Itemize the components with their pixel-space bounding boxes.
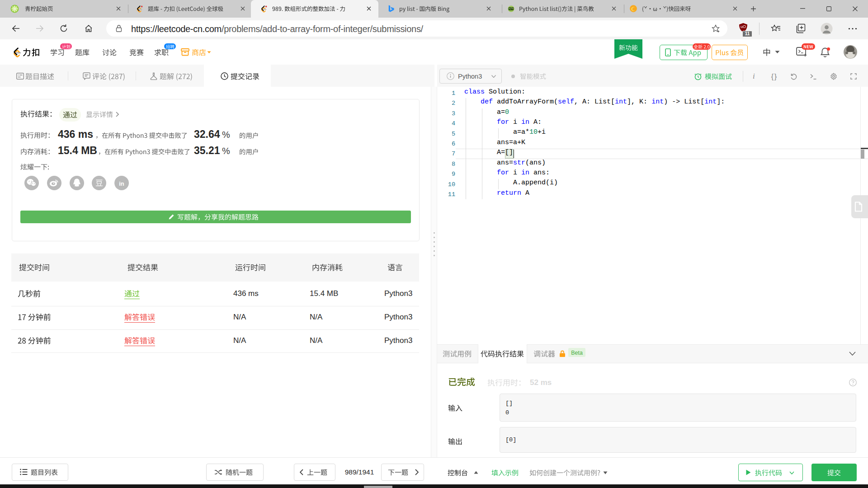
svg-text:in: in xyxy=(119,180,124,187)
svg-text:</>: </> xyxy=(509,7,514,10)
svg-text:uO: uO xyxy=(741,24,746,29)
